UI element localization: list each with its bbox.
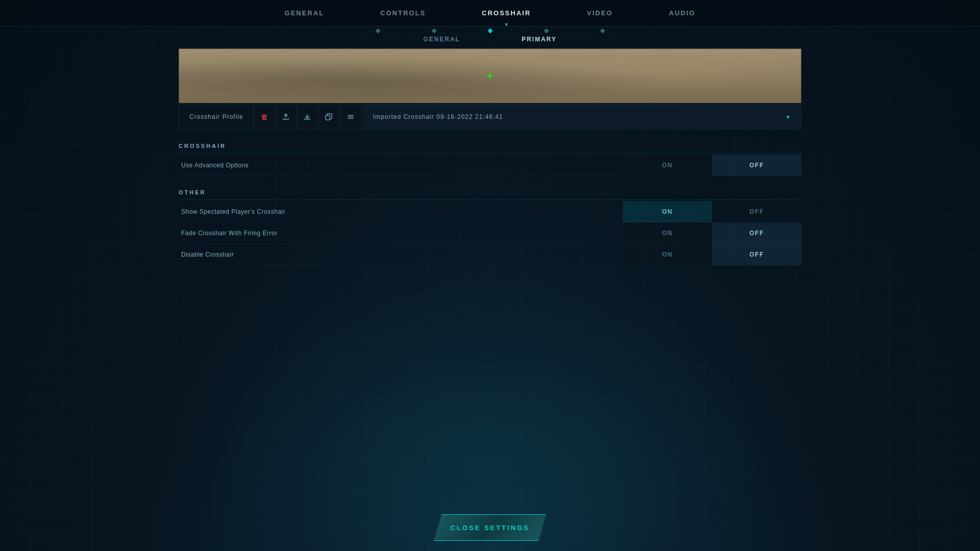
tab-video[interactable]: VIDEO bbox=[559, 0, 641, 27]
other-section: OTHER Show Spectated Player's Crosshair … bbox=[179, 185, 801, 265]
tab-crosshair[interactable]: CROSSHAIR bbox=[454, 0, 559, 27]
main-content: Crosshair Profile 🗑 Imported Crosshair 0… bbox=[179, 48, 801, 500]
import-profile-button[interactable] bbox=[297, 105, 318, 129]
fade-crosshair-label: Fade Crosshair With Firing Error bbox=[179, 230, 623, 237]
close-settings-button[interactable]: CLOSE SETTINGS bbox=[434, 514, 546, 541]
fade-crosshair-on[interactable]: ON bbox=[623, 222, 712, 244]
use-advanced-options-on[interactable]: ON bbox=[623, 155, 712, 176]
disable-crosshair-on[interactable]: ON bbox=[623, 244, 712, 265]
use-advanced-options-off[interactable]: OFF bbox=[712, 155, 801, 176]
show-spectated-crosshair-label: Show Spectated Player's Crosshair bbox=[179, 208, 623, 215]
profile-dropdown[interactable]: Imported Crosshair 09-16-2022 21:46:41 ▼ bbox=[363, 105, 801, 129]
dropdown-arrow-icon: ▼ bbox=[786, 114, 791, 120]
disable-crosshair-off[interactable]: OFF bbox=[712, 244, 801, 265]
crosshair-symbol bbox=[487, 73, 493, 79]
sub-nav: GENERAL PRIMARY bbox=[0, 27, 980, 47]
tab-audio[interactable]: AUDIO bbox=[641, 0, 724, 27]
list-profile-button[interactable] bbox=[340, 105, 361, 129]
disable-crosshair-label: Disable Crosshair bbox=[179, 251, 623, 258]
crosshair-section-header: CROSSHAIR bbox=[179, 139, 801, 154]
profile-icons: 🗑 bbox=[254, 105, 362, 129]
nav-bar: GENERAL CONTROLS CROSSHAIR VIDEO AUDIO bbox=[0, 0, 980, 27]
crosshair-section: CROSSHAIR Use Advanced Options ON OFF bbox=[179, 139, 801, 176]
tab-controls[interactable]: CONTROLS bbox=[352, 0, 454, 27]
disable-crosshair-toggle: ON OFF bbox=[623, 244, 801, 265]
show-spectated-crosshair-toggle: ON OFF bbox=[623, 201, 801, 222]
fade-crosshair-row: Fade Crosshair With Firing Error ON OFF bbox=[179, 222, 801, 244]
use-advanced-options-row: Use Advanced Options ON OFF bbox=[179, 155, 801, 176]
use-advanced-options-toggle: ON OFF bbox=[623, 155, 801, 176]
show-spectated-crosshair-row: Show Spectated Player's Crosshair ON OFF bbox=[179, 201, 801, 222]
subtab-general[interactable]: GENERAL bbox=[393, 32, 491, 47]
other-section-header: OTHER bbox=[179, 185, 801, 200]
use-advanced-options-label: Use Advanced Options bbox=[179, 162, 623, 169]
profile-bar: Crosshair Profile 🗑 Imported Crosshair 0… bbox=[179, 104, 801, 130]
subtab-primary[interactable]: PRIMARY bbox=[491, 32, 587, 47]
export-profile-button[interactable] bbox=[276, 105, 297, 129]
tab-general[interactable]: GENERAL bbox=[257, 0, 353, 27]
profile-dropdown-value: Imported Crosshair 09-16-2022 21:46:41 bbox=[373, 113, 503, 120]
nav-tabs: GENERAL CONTROLS CROSSHAIR VIDEO AUDIO bbox=[257, 0, 724, 27]
profile-label: Crosshair Profile bbox=[179, 113, 254, 120]
copy-profile-button[interactable] bbox=[318, 105, 340, 129]
crosshair-preview bbox=[179, 48, 801, 103]
svg-rect-0 bbox=[326, 115, 330, 120]
fade-crosshair-off[interactable]: OFF bbox=[712, 222, 801, 244]
show-spectated-crosshair-off[interactable]: OFF bbox=[712, 201, 801, 222]
delete-profile-button[interactable]: 🗑 bbox=[254, 105, 276, 129]
fade-crosshair-toggle: ON OFF bbox=[623, 222, 801, 244]
show-spectated-crosshair-on[interactable]: ON bbox=[623, 201, 712, 222]
disable-crosshair-row: Disable Crosshair ON OFF bbox=[179, 244, 801, 265]
